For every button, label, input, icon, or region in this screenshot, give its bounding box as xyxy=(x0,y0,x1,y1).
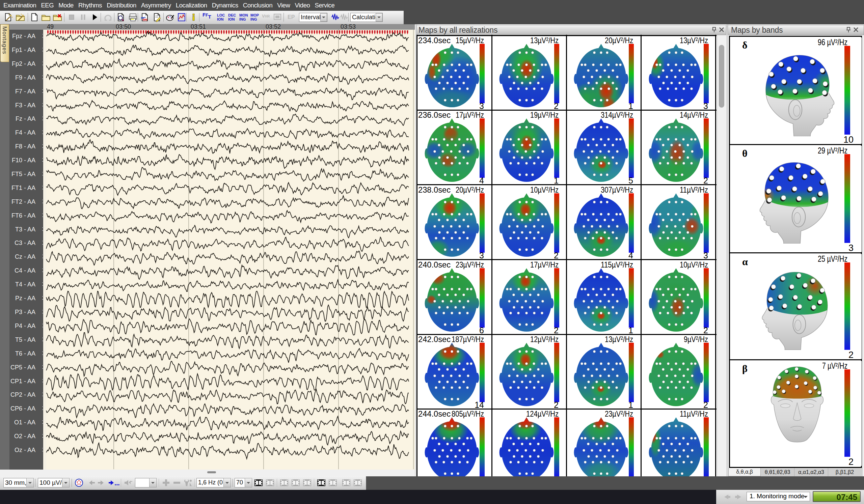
svg-text:20µV²/Hz: 20µV²/Hz xyxy=(456,185,484,194)
svg-text:2: 2 xyxy=(703,325,708,335)
svg-text:29 µV²/Hz: 29 µV²/Hz xyxy=(818,146,848,155)
svg-text:115µV²/Hz: 115µV²/Hz xyxy=(601,260,633,269)
svg-text:13µV²/Hz: 13µV²/Hz xyxy=(680,36,708,45)
svg-text:3: 3 xyxy=(703,101,708,110)
svg-text:14: 14 xyxy=(475,400,484,409)
svg-text:15µV²/Hz: 15µV²/Hz xyxy=(456,36,484,45)
svg-text:20µV²/Hz: 20µV²/Hz xyxy=(605,36,633,45)
svg-text:α: α xyxy=(742,256,748,267)
svg-text:2: 2 xyxy=(554,400,559,409)
svg-text:238.0sec: 238.0sec xyxy=(418,185,451,194)
svg-text:2: 2 xyxy=(554,251,559,260)
svg-text:10µV²/Hz: 10µV²/Hz xyxy=(680,260,708,269)
svg-text:187µV²/Hz: 187µV²/Hz xyxy=(452,335,484,344)
svg-text:1: 1 xyxy=(628,101,633,110)
svg-text:2: 2 xyxy=(554,101,559,110)
svg-text:4: 4 xyxy=(628,251,633,260)
svg-text:6: 6 xyxy=(479,325,484,335)
svg-text:242.0sec: 242.0sec xyxy=(418,335,451,344)
svg-text:δ: δ xyxy=(742,39,747,51)
svg-text:14µV²/Hz: 14µV²/Hz xyxy=(680,110,708,120)
svg-text:805µV²/Hz: 805µV²/Hz xyxy=(452,409,484,418)
svg-text:3: 3 xyxy=(479,251,484,260)
svg-text:3: 3 xyxy=(479,101,484,110)
svg-text:11µV²/Hz: 11µV²/Hz xyxy=(680,185,708,194)
svg-text:19µV²/Hz: 19µV²/Hz xyxy=(530,110,559,120)
svg-text:9µV²/Hz: 9µV²/Hz xyxy=(684,335,708,344)
svg-text:244.0sec: 244.0sec xyxy=(418,409,451,418)
svg-text:1: 1 xyxy=(628,400,633,409)
svg-text:4: 4 xyxy=(479,176,484,185)
svg-text:3: 3 xyxy=(703,251,708,260)
svg-text:PDF: PDF xyxy=(143,19,147,21)
svg-text:17µV²/Hz: 17µV²/Hz xyxy=(530,260,559,269)
svg-text:2: 2 xyxy=(849,457,853,467)
svg-text:1: 1 xyxy=(554,176,559,185)
svg-text:23µV²/Hz: 23µV²/Hz xyxy=(456,260,484,269)
svg-text:25 µV²/Hz: 25 µV²/Hz xyxy=(818,254,848,263)
svg-text:13µV²/Hz: 13µV²/Hz xyxy=(530,36,559,45)
svg-text:314µV²/Hz: 314µV²/Hz xyxy=(601,110,633,120)
svg-text:10: 10 xyxy=(843,135,853,145)
svg-text:234.0sec: 234.0sec xyxy=(418,36,451,45)
svg-text:1: 1 xyxy=(628,325,633,335)
svg-text:23µV²/Hz: 23µV²/Hz xyxy=(605,409,633,418)
svg-text:12µV²/Hz: 12µV²/Hz xyxy=(530,335,559,344)
svg-text:10µV²/Hz: 10µV²/Hz xyxy=(530,185,559,194)
svg-text:θ: θ xyxy=(742,148,747,159)
svg-text:β: β xyxy=(742,363,747,374)
svg-text:13µV²/Hz: 13µV²/Hz xyxy=(605,335,633,344)
svg-text:124µV²/Hz: 124µV²/Hz xyxy=(526,409,559,418)
svg-text:2: 2 xyxy=(703,400,708,409)
svg-text:240.0sec: 240.0sec xyxy=(418,260,451,269)
svg-text:96 µV²/Hz: 96 µV²/Hz xyxy=(818,37,848,47)
svg-text:5: 5 xyxy=(628,176,633,185)
svg-text:2: 2 xyxy=(849,350,853,360)
svg-text:2: 2 xyxy=(703,176,708,185)
svg-text:2: 2 xyxy=(554,325,559,335)
svg-text:3: 3 xyxy=(849,243,853,253)
svg-text:17µV²/Hz: 17µV²/Hz xyxy=(456,110,484,120)
svg-text:236.0sec: 236.0sec xyxy=(418,110,451,120)
svg-text:11µV²/Hz: 11µV²/Hz xyxy=(680,409,708,418)
svg-text:307µV²/Hz: 307µV²/Hz xyxy=(601,185,633,194)
